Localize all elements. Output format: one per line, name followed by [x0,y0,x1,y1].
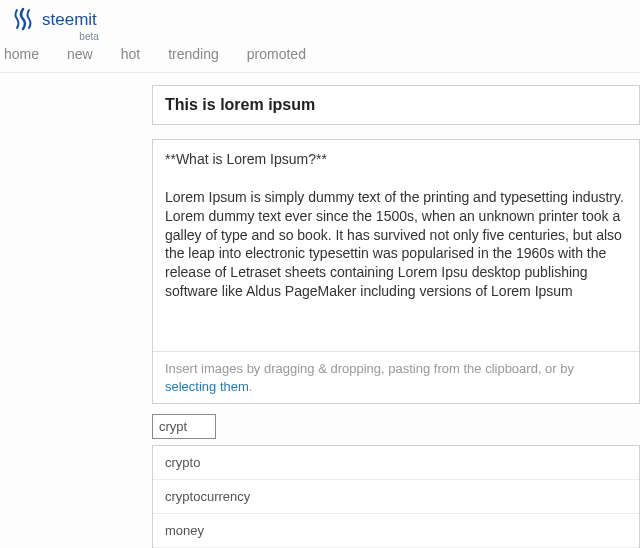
tag-input[interactable] [152,414,216,439]
nav-hot[interactable]: hot [121,46,140,62]
beta-badge: beta [79,31,98,42]
tag-suggestions: crypto cryptocurrency money ethereum [152,445,640,548]
image-hint: Insert images by dragging & dropping, pa… [153,351,639,403]
nav-new[interactable]: new [67,46,93,62]
body-paragraph: Lorem Ipsum is simply dummy text of the … [165,189,624,299]
body-text[interactable]: **What is Lorem Ipsum?** Lorem Ipsum is … [153,140,639,351]
nav-home[interactable]: home [4,46,39,62]
logo-icon [12,7,42,34]
tag-input-wrap [152,414,640,439]
editor-area: This is lorem ipsum **What is Lorem Ipsu… [0,73,640,548]
suggestion-item[interactable]: cryptocurrency [153,480,639,514]
hint-suffix: . [249,379,253,394]
body-question: **What is Lorem Ipsum?** [165,151,327,167]
hint-prefix: Insert images by dragging & dropping, pa… [165,361,574,376]
title-input[interactable]: This is lorem ipsum [152,85,640,125]
suggestion-item[interactable]: crypto [153,446,639,480]
body-editor[interactable]: **What is Lorem Ipsum?** Lorem Ipsum is … [152,139,640,404]
suggestion-item[interactable]: money [153,514,639,548]
brand-name[interactable]: steemit beta [42,10,97,30]
nav-trending[interactable]: trending [168,46,219,62]
header: steemit beta [0,0,640,36]
select-images-link[interactable]: selecting them [165,379,249,394]
nav-promoted[interactable]: promoted [247,46,306,62]
brand-text: steemit [42,10,97,29]
